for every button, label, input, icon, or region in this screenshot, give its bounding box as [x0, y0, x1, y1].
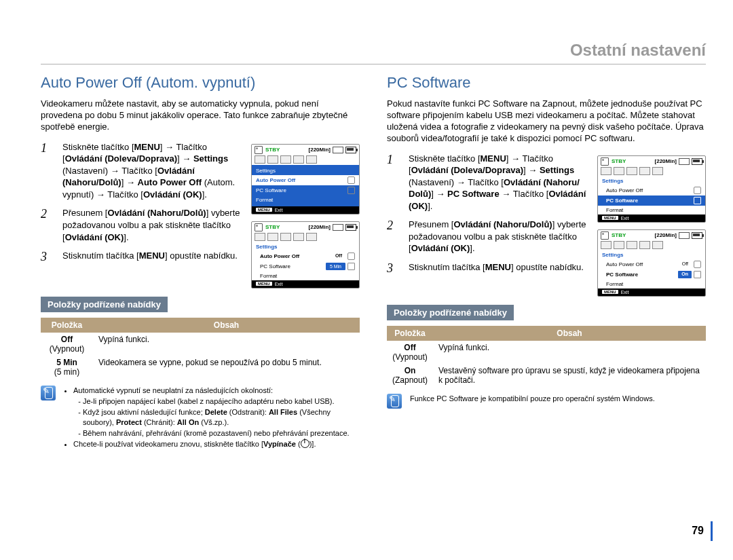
t: Když jsou aktivní následující funkce; — [83, 408, 205, 416]
card-icon — [333, 147, 343, 153]
t: Vypínače — [263, 440, 296, 448]
t: MENU — [485, 262, 511, 272]
row-right: 5 Min — [326, 263, 355, 270]
cell-desc: Videokamera se vypne, pokud se nepoužívá… — [93, 356, 360, 379]
section-heading-auto-power-off: Auto Power Off (Autom. vypnutí) — [41, 74, 360, 92]
battery-icon — [345, 224, 356, 231]
tab-icon — [255, 155, 265, 164]
info-icon — [347, 253, 355, 260]
page: Ostatní nastavení Auto Power Off (Autom.… — [0, 0, 733, 560]
stby-indicator: STBY — [612, 232, 626, 238]
cell-item: Off(Vypnout) — [41, 333, 93, 356]
lcd-status-bar: STBY [220Min] — [598, 230, 705, 241]
t: Protect — [116, 418, 142, 426]
right-column: PC Software Pokud nastavíte funkci PC So… — [387, 74, 706, 450]
lcd-heading: Settings — [252, 242, 359, 251]
t: (Vypnout) — [50, 344, 85, 354]
t: ] → — [523, 165, 540, 175]
step-3: 3 Stisknutím tlačítka [MENU] opustíte na… — [41, 250, 243, 264]
t: Stiskněte tlačítko [ — [62, 142, 134, 152]
lock-icon — [694, 197, 701, 204]
tab-icon — [626, 241, 637, 249]
t: ] opustíte nabídku. — [511, 262, 584, 272]
row-icons — [347, 187, 355, 194]
t: Auto Power Off — [256, 177, 295, 183]
table-header-row: Položka Obsah — [41, 318, 360, 333]
battery-icon — [692, 158, 702, 165]
tab-icon — [293, 233, 304, 241]
stby-indicator: STBY — [612, 158, 626, 164]
t: )]. — [309, 440, 316, 448]
status-right: [220Min] — [309, 224, 356, 231]
t: Ovládání (OK) — [65, 232, 124, 242]
t: 5 Min — [56, 358, 77, 367]
note-subitem: Je-li připojen napájecí kabel (kabel z n… — [83, 396, 360, 406]
t: (Chránit): — [142, 418, 177, 426]
tab-icon — [306, 155, 317, 164]
page-number: 79 — [692, 521, 713, 541]
t: Settings — [256, 168, 276, 174]
t: Format — [256, 197, 273, 203]
lcd-screenshot-settings-pcs: STBY [220Min] Settings Auto — [597, 155, 706, 223]
t: Format — [606, 207, 623, 213]
t: Off — [404, 343, 415, 352]
stby-indicator: STBY — [265, 224, 280, 230]
lcd-tabs — [252, 233, 359, 242]
status-right: [220Min] — [655, 232, 702, 239]
left-column: Auto Power Off (Autom. vypnutí) Videokam… — [41, 74, 360, 450]
lcd-status-bar: STBY [220Min] — [598, 156, 705, 167]
t: (Nastavení) → Tlačítko [ — [409, 177, 504, 187]
rec-time: [220Min] — [309, 147, 331, 153]
card-icon — [255, 146, 263, 154]
submenu-items-heading: Položky podřízené nabídky — [41, 297, 168, 312]
stby-indicator: STBY — [265, 147, 280, 153]
note-text: Funkce PC Software je kompatibilní pouze… — [410, 394, 655, 409]
step-3: 3 Stisknutím tlačítka [MENU] opustíte na… — [387, 261, 589, 276]
step-number: 1 — [387, 153, 399, 212]
note-block: Automatické vypnutí se neuplatní za násl… — [41, 386, 360, 451]
t: All Files — [269, 408, 297, 416]
t: Ovládání (Nahoru/Dolů) — [453, 219, 552, 229]
info-icon — [694, 187, 701, 194]
info-icon — [347, 176, 355, 184]
t: All On — [177, 418, 199, 426]
note-subitem: Během nahrávání, přehrávání (kromě pozas… — [83, 428, 360, 438]
row-right: On — [678, 271, 701, 278]
option-off: Off — [679, 261, 692, 268]
lcd-tabs — [252, 155, 359, 165]
lcd-item: PC Software — [252, 185, 359, 195]
t: Settings — [193, 153, 228, 164]
t: MENU — [481, 153, 506, 164]
lcd-heading: Settings — [598, 176, 705, 185]
t: (Zapnout) — [392, 375, 428, 385]
tab-icon — [601, 167, 612, 175]
step-text: Stiskněte tlačítko [MENU] → Tlačítko [Ov… — [409, 153, 589, 212]
lcd-item: Format — [598, 206, 705, 214]
t: Exit — [275, 208, 283, 212]
tab-icon — [626, 167, 637, 175]
lcd-menu: Settings Auto Power Off PC Software Form… — [252, 165, 359, 206]
battery-icon — [692, 232, 702, 239]
lcd-screenshot-settings-apo: STBY [220Min] Settings — [251, 144, 360, 214]
tab-icon — [267, 233, 278, 241]
step-1: 1 Stiskněte tlačítko [MENU] → Tlačítko [… — [387, 153, 589, 212]
cell-item: Off(Vypnout) — [387, 341, 433, 364]
submenu-table: Položka Obsah Off(Vypnout) Vypíná funkci… — [387, 326, 706, 387]
t: (Nastavení) → Tlačítko [ — [62, 166, 157, 176]
t: Ovládání (Nahoru/Dolů) — [107, 208, 206, 218]
chapter-title: Ostatní nastavení — [41, 41, 706, 64]
col-header: Obsah — [93, 318, 360, 333]
table-row: 5 Min(5 min) Videokamera se vypne, pokud… — [41, 356, 360, 379]
t: Auto Power Off — [606, 187, 643, 193]
t: Off — [61, 335, 73, 344]
tab-icon — [255, 233, 265, 241]
cell-item: On(Zapnout) — [387, 364, 433, 387]
table-row: Off(Vypnout) Vypíná funkci. — [387, 341, 706, 364]
lcd-screenshots: STBY [220Min] Settings — [251, 144, 360, 288]
t: Přesunem [ — [409, 219, 453, 229]
t: Přesunem [ — [62, 208, 107, 218]
menu-chip: MENU — [256, 282, 272, 286]
col-header: Obsah — [433, 326, 706, 341]
tab-icon — [652, 167, 663, 175]
lock-icon — [347, 263, 355, 270]
